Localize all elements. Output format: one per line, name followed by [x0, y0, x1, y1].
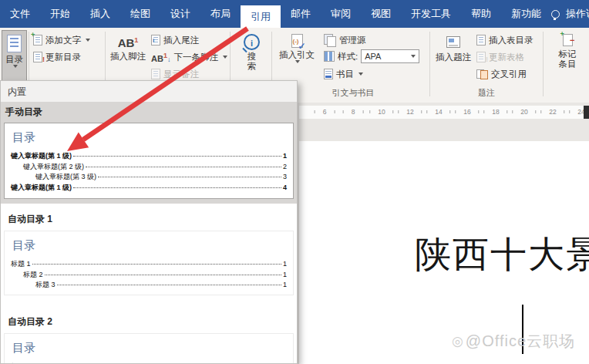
- footnote-ab-icon: AB1: [118, 34, 139, 49]
- document-page[interactable]: 陕西十大景 ◎ @Office云职场: [299, 141, 589, 364]
- next-footnote-icon: AB1↓: [151, 52, 170, 63]
- update-toc-label: 更新目录: [45, 52, 81, 63]
- tab-new-features[interactable]: 新功能: [501, 0, 551, 28]
- chevron-down-icon: [295, 60, 300, 63]
- tab-help[interactable]: 帮助: [461, 0, 501, 28]
- chevron-down-icon: [13, 65, 18, 68]
- citation-style-select[interactable]: APA: [361, 49, 419, 63]
- toc-entry: 标题 11: [11, 259, 287, 270]
- add-text-label: 添加文字: [45, 35, 81, 46]
- bibliography-icon: [324, 69, 333, 79]
- chevron-down-icon: [411, 55, 416, 58]
- insert-endnote-label: 插入尾注: [163, 35, 199, 46]
- menubar: 文件 开始 插入 绘图 设计 布局 引用 邮件 审阅 视图 开发工具 帮助 新功…: [0, 0, 589, 28]
- ruler-number: 12: [406, 108, 413, 116]
- auto-toc1-preview: 目录 标题 11 标题 21 标题 31: [4, 231, 294, 295]
- tab-file[interactable]: 文件: [0, 0, 40, 28]
- update-toc-icon: !: [33, 52, 42, 62]
- insert-citation-button[interactable]: (-) ✓ 插入引文: [276, 30, 318, 83]
- smart-search-button[interactable]: i 搜 索: [234, 30, 269, 83]
- cross-reference-icon: [476, 69, 488, 79]
- toc-entry: 键入章标题(第 2 级)2: [11, 162, 287, 173]
- chevron-down-icon: [223, 56, 227, 59]
- insert-endnote-button[interactable]: i 插入尾注: [151, 32, 199, 48]
- search-label-1: 搜: [247, 52, 257, 62]
- insert-endnote-icon: i: [151, 35, 160, 46]
- ruler-number: 14: [435, 108, 442, 116]
- tab-developer[interactable]: 开发工具: [401, 0, 461, 28]
- gallery-item-auto-toc-2[interactable]: 自动目录 2 目录 标题 11: [1, 311, 297, 364]
- watermark-logo-icon: ◎: [452, 333, 464, 349]
- tab-insert[interactable]: 插入: [80, 0, 120, 28]
- insert-caption-button[interactable]: 插入题注: [433, 30, 473, 83]
- toc-icon: [7, 35, 22, 52]
- mark-entry-button[interactable]: + − 标记 条目: [547, 30, 587, 83]
- toc-preview-heading: 目录: [12, 130, 287, 145]
- lightbulb-icon: [551, 10, 560, 19]
- tab-design[interactable]: 设计: [160, 0, 200, 28]
- tab-layout[interactable]: 布局: [200, 0, 241, 28]
- insert-caption-icon: [446, 36, 460, 48]
- tab-references[interactable]: 引用: [241, 5, 281, 28]
- search-icon: i: [244, 34, 260, 50]
- tell-me-box[interactable]: 操作说明: [551, 0, 589, 28]
- ruler-endcap: [584, 106, 589, 119]
- manage-sources-icon: [324, 34, 336, 46]
- toc-button[interactable]: 目录: [2, 30, 27, 83]
- toc-button-label: 目录: [5, 55, 23, 65]
- insert-citation-label: 插入引文: [279, 50, 315, 60]
- insert-table-of-figures-button[interactable]: 插入表目录: [476, 32, 533, 48]
- ruler-number: 18: [492, 108, 499, 116]
- insert-caption-label: 插入题注: [436, 52, 471, 62]
- gallery-item-auto-toc-1[interactable]: 自动目录 1 目录 标题 11 标题 21 标题 31: [1, 208, 297, 295]
- show-notes-label: 显示备注: [163, 69, 199, 80]
- ruler-number: 16: [463, 108, 470, 116]
- gallery-item-title: 手动目录: [1, 103, 297, 121]
- insert-footnote-button[interactable]: AB1 插入脚注: [109, 30, 147, 83]
- add-text-button[interactable]: + 添加文字: [33, 32, 90, 48]
- toc-preview-heading: 目录: [12, 238, 287, 253]
- gallery-item-title: 自动目录 1: [1, 208, 297, 231]
- next-footnote-button[interactable]: AB1↓ 下一条脚注: [151, 49, 227, 65]
- tab-mailings[interactable]: 邮件: [281, 0, 321, 28]
- mark-entry-label-2: 条目: [559, 59, 577, 69]
- manage-sources-label: 管理源: [339, 35, 366, 46]
- update-toc-button[interactable]: ! 更新目录: [33, 49, 81, 65]
- tell-me-label: 操作说明: [566, 7, 589, 21]
- toc-entry: 键入章标题(第 3 级)3: [11, 172, 287, 183]
- watermark-text: @Office云职场: [466, 331, 575, 352]
- manage-sources-button[interactable]: 管理源: [324, 32, 366, 48]
- toc-entry: 标题 31: [11, 280, 287, 291]
- ruler-number: 10: [378, 108, 385, 116]
- manual-toc-preview: 目录 键入章标题(第 1 级)1 键入章标题(第 2 级)2 键入章标题(第 3…: [4, 123, 294, 199]
- cross-reference-label: 交叉引用: [491, 69, 527, 80]
- insert-footnote-label: 插入脚注: [110, 52, 146, 62]
- group-label-captions: 题注: [459, 87, 513, 99]
- show-notes-button: 显示备注: [151, 66, 199, 82]
- style-icon: [324, 51, 335, 62]
- update-table-label: 更新表格: [489, 52, 524, 63]
- bibliography-button[interactable]: 书目: [324, 66, 363, 82]
- update-table-button: ! 更新表格: [476, 49, 524, 65]
- chevron-down-icon: [358, 72, 363, 76]
- ruler-number: 22: [549, 108, 556, 116]
- tab-review[interactable]: 审阅: [321, 0, 361, 28]
- tab-draw[interactable]: 绘图: [120, 0, 160, 28]
- group-separator: [543, 32, 544, 96]
- toc-preview-heading: 目录: [12, 341, 287, 356]
- ruler-number: 6: [323, 108, 327, 116]
- search-label-2: 索: [247, 62, 257, 72]
- document-title-text: 陕西十大景: [415, 231, 589, 279]
- update-table-icon: !: [476, 52, 486, 62]
- gallery-item-manual-toc[interactable]: 手动目录 目录 键入章标题(第 1 级)1 键入章标题(第 2 级)2 键入章标…: [1, 102, 297, 204]
- cross-reference-button[interactable]: 交叉引用: [476, 66, 527, 82]
- tab-home[interactable]: 开始: [40, 0, 80, 28]
- add-text-icon: +: [33, 35, 42, 46]
- ruler-number: 8: [352, 108, 355, 116]
- tab-view[interactable]: 视图: [361, 0, 401, 28]
- gallery-item-title: 自动目录 2: [1, 311, 297, 333]
- ruler-number: 20: [520, 108, 527, 116]
- bibliography-label: 书目: [336, 69, 354, 80]
- style-row: 样式: APA: [324, 49, 419, 64]
- toc-gallery-dropdown: 内置 手动目录 目录 键入章标题(第 1 级)1 键入章标题(第 2 级)2 键…: [0, 80, 298, 364]
